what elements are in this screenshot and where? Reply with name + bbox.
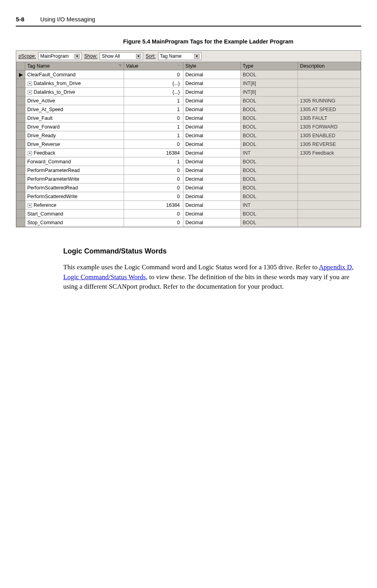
table-row[interactable]: PerformScatteredWrite0DecimalBOOL [17,192,361,201]
value-cell[interactable]: 16384 [124,201,183,210]
description-cell[interactable] [298,166,361,175]
table-row[interactable]: PerformParameterWrite0DecimalBOOL [17,175,361,183]
show-dropdown[interactable]: Show All ▼ [100,52,143,60]
style-cell[interactable]: Decimal [183,140,241,149]
value-cell[interactable]: 16384 [124,149,183,157]
expand-icon[interactable]: + [28,151,32,155]
value-cell[interactable]: 0 [124,192,183,201]
tag-name-cell[interactable]: Stop_Command [25,218,124,227]
col-desc-header[interactable]: Description [298,62,361,70]
description-cell[interactable]: 1305 ENABLED [298,131,361,140]
description-cell[interactable]: 1305 FAULT [298,114,361,123]
description-cell[interactable]: 1305 AT SPEED [298,105,361,114]
tag-name-cell[interactable]: Drive_Forward [25,123,124,131]
table-row[interactable]: Drive_Forward1DecimalBOOL1305 FORWARD [17,123,361,131]
description-cell[interactable] [298,79,361,88]
value-cell[interactable]: 1 [124,105,183,114]
tag-name-cell[interactable]: Drive_Active [25,96,124,105]
tag-name-cell[interactable]: ClearFault_Command [25,70,124,79]
value-cell[interactable]: 0 [124,175,183,183]
table-row[interactable]: +Reference16384DecimalINT [17,201,361,210]
description-cell[interactable] [298,70,361,79]
table-row[interactable]: Drive_Reverse0DecimalBOOL1305 REVERSE [17,140,361,149]
value-cell[interactable]: 0 [124,210,183,218]
row-selector[interactable] [17,157,25,166]
tag-name-cell[interactable]: Drive_At_Speed [25,105,124,114]
style-cell[interactable]: Decimal [183,166,241,175]
tag-name-cell[interactable]: +Datalinks_from_Drive [25,79,124,88]
row-selector[interactable] [17,149,25,157]
description-cell[interactable] [298,183,361,192]
row-selector[interactable]: ▶ [17,70,25,79]
expand-icon[interactable]: + [28,203,32,208]
tag-name-cell[interactable]: PerformParameterRead [25,166,124,175]
style-cell[interactable]: Decimal [183,149,241,157]
value-cell[interactable]: 1 [124,131,183,140]
row-selector[interactable] [17,105,25,114]
value-cell[interactable]: 0 [124,114,183,123]
value-cell[interactable]: 0 [124,166,183,175]
row-selector[interactable] [17,123,25,131]
value-cell[interactable]: 0 [124,70,183,79]
row-selector[interactable] [17,201,25,210]
description-cell[interactable]: 1305 FORWARD [298,123,361,131]
row-selector[interactable] [17,166,25,175]
appendix-link[interactable]: Appendix D [319,263,352,271]
tag-name-cell[interactable]: Forward_Command [25,157,124,166]
description-cell[interactable]: 1305 REVERSE [298,140,361,149]
tag-name-cell[interactable]: Drive_Ready [25,131,124,140]
table-row[interactable]: Drive_Fault0DecimalBOOL1305 FAULT [17,114,361,123]
expand-icon[interactable]: + [28,90,32,95]
row-selector[interactable] [17,88,25,96]
style-cell[interactable]: Decimal [183,183,241,192]
tag-name-cell[interactable]: Drive_Reverse [25,140,124,149]
row-selector[interactable] [17,175,25,183]
table-row[interactable]: ▶ClearFault_Command0DecimalBOOL [17,70,361,79]
style-cell[interactable]: Decimal [183,96,241,105]
row-selector[interactable] [17,140,25,149]
description-cell[interactable] [298,210,361,218]
tag-name-cell[interactable]: +Feedback [25,149,124,157]
description-cell[interactable] [298,201,361,210]
tag-name-cell[interactable]: +Datalinks_to_Drive [25,88,124,96]
col-style-header[interactable]: Style [183,62,241,70]
tag-name-cell[interactable]: PerformScatteredRead [25,183,124,192]
table-row[interactable]: PerformParameterRead0DecimalBOOL [17,166,361,175]
table-row[interactable]: Drive_Active1DecimalBOOL1305 RUNNING [17,96,361,105]
value-cell[interactable]: {...} [124,88,183,96]
description-cell[interactable] [298,175,361,183]
row-selector[interactable] [17,131,25,140]
table-row[interactable]: +Feedback16384DecimalINT1305 Feedback [17,149,361,157]
description-cell[interactable]: 1305 RUNNING [298,96,361,105]
style-cell[interactable]: Decimal [183,218,241,227]
table-row[interactable]: Forward_Command1DecimalBOOL [17,157,361,166]
description-cell[interactable] [298,192,361,201]
scope-dropdown[interactable]: MainProgram ▼ [38,52,82,60]
table-row[interactable]: Drive_Ready1DecimalBOOL1305 ENABLED [17,131,361,140]
col-type-header[interactable]: Type [241,62,298,70]
style-cell[interactable]: Decimal [183,70,241,79]
style-cell[interactable]: Decimal [183,131,241,140]
col-value-header[interactable]: Value ← [124,62,183,70]
row-selector[interactable] [17,218,25,227]
row-selector[interactable] [17,183,25,192]
style-cell[interactable]: Decimal [183,88,241,96]
tag-name-cell[interactable]: +Reference [25,201,124,210]
style-cell[interactable]: Decimal [183,210,241,218]
value-cell[interactable]: {...} [124,79,183,88]
tag-name-cell[interactable]: Drive_Fault [25,114,124,123]
row-selector[interactable] [17,192,25,201]
style-cell[interactable]: Decimal [183,114,241,123]
description-cell[interactable] [298,157,361,166]
tag-name-cell[interactable]: PerformScatteredWrite [25,192,124,201]
table-row[interactable]: Stop_Command0DecimalBOOL [17,218,361,227]
logic-words-link[interactable]: Logic Command/Status Words [63,273,146,281]
value-cell[interactable]: 0 [124,140,183,149]
tag-name-cell[interactable]: PerformParameterWrite [25,175,124,183]
table-row[interactable]: +Datalinks_to_Drive{...}DecimalINT[8] [17,88,361,96]
tag-name-cell[interactable]: Start_Command [25,210,124,218]
value-cell[interactable]: 1 [124,157,183,166]
col-tagname-header[interactable]: Tag Name ▽ [25,62,124,70]
table-row[interactable]: Start_Command0DecimalBOOL [17,210,361,218]
style-cell[interactable]: Decimal [183,157,241,166]
